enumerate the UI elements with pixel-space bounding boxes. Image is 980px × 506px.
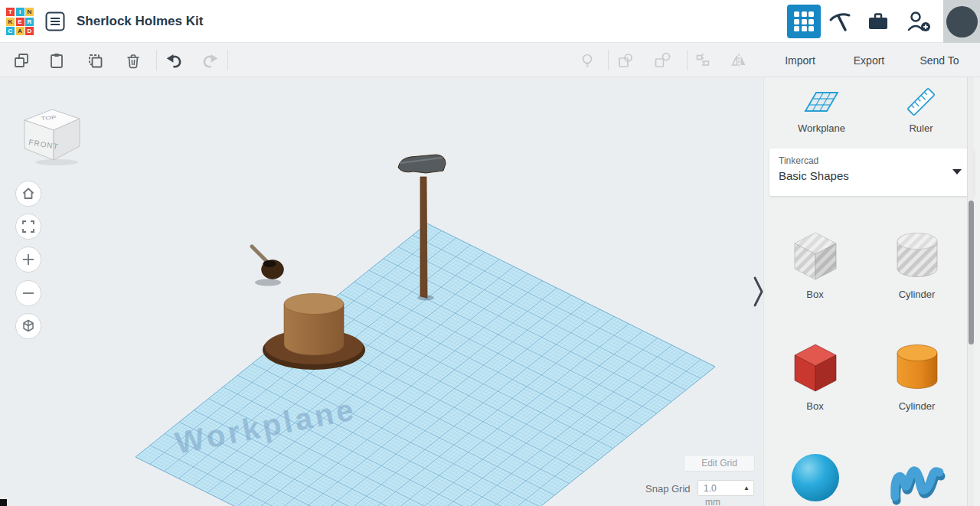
duplicate-button[interactable] xyxy=(83,48,107,73)
sphere-icon xyxy=(786,448,845,506)
minus-icon xyxy=(19,284,38,302)
shape-scribble[interactable] xyxy=(887,448,947,506)
pickaxe-icon xyxy=(828,11,851,32)
shape-label: Cylinder xyxy=(899,289,936,301)
bottom-left-cutoff-element xyxy=(0,499,7,506)
paste-icon xyxy=(47,51,66,70)
workplane-tool-label: Workplane xyxy=(798,122,845,134)
logo-letter: K xyxy=(6,18,15,26)
grid-icon xyxy=(794,11,814,31)
logo-letter: T xyxy=(6,8,15,16)
category-selected: Basic Shapes xyxy=(779,169,849,182)
category-brand: Tinkercad xyxy=(779,155,818,166)
chevron-right-icon xyxy=(753,275,763,308)
undo-button[interactable] xyxy=(162,48,187,73)
hole-cylinder-icon xyxy=(887,224,947,284)
pipe-shadow xyxy=(255,279,281,286)
shape-sphere[interactable] xyxy=(786,448,845,506)
perspective-toggle-button[interactable] xyxy=(15,313,41,339)
toolbar-divider xyxy=(156,50,157,70)
toolbar-divider xyxy=(227,50,228,70)
send-to-button[interactable]: Send To xyxy=(910,48,969,72)
align-icon xyxy=(694,51,712,70)
delete-button[interactable] xyxy=(121,48,145,73)
trash-icon xyxy=(124,51,142,70)
viewport: Workplane TOP FRONT xyxy=(0,77,763,506)
toolbar-divider xyxy=(608,50,609,70)
scrollbar-thumb[interactable] xyxy=(969,201,974,344)
fit-view-icon xyxy=(19,217,38,236)
copy-icon xyxy=(12,51,31,70)
shape-hole-box[interactable]: Box xyxy=(786,224,845,301)
redo-icon xyxy=(200,51,220,70)
hole-box-icon xyxy=(786,224,845,284)
home-view-button[interactable] xyxy=(15,181,41,207)
shape-category-dropdown[interactable]: Tinkercad Basic Shapes xyxy=(769,149,974,196)
shape-hole-cylinder[interactable]: Cylinder xyxy=(887,224,947,301)
group-button[interactable] xyxy=(613,48,638,73)
sidebar-collapse-button[interactable] xyxy=(753,275,763,312)
ruler-tool-label: Ruler xyxy=(909,122,933,134)
redo-button[interactable] xyxy=(198,48,222,73)
3d-canvas[interactable]: Workplane xyxy=(0,77,763,506)
lightbulb-icon xyxy=(578,51,596,70)
plus-icon xyxy=(19,250,38,269)
home-icon xyxy=(19,184,38,203)
paste-button[interactable] xyxy=(44,48,69,73)
logo-letter: N xyxy=(25,8,34,16)
shape-label: Box xyxy=(806,400,823,413)
logo-letter: A xyxy=(16,27,24,35)
logo-letter: R xyxy=(25,18,34,26)
orange-cylinder-icon xyxy=(887,336,947,396)
workplane-tool[interactable]: Workplane xyxy=(787,85,856,134)
ruler-tool[interactable]: Ruler xyxy=(887,85,956,134)
design-title: Sherlock Holmes Kit xyxy=(77,0,203,43)
kits-briefcase-button[interactable] xyxy=(865,11,891,32)
snap-grid-label: Snap Grid xyxy=(645,483,691,495)
pipe-object[interactable] xyxy=(252,246,284,286)
view-cube[interactable]: TOP FRONT xyxy=(18,102,86,166)
tinkercad-logo[interactable]: T I N K E R C A D xyxy=(6,8,34,36)
shape-label: Box xyxy=(806,289,823,301)
person-add-icon xyxy=(906,10,931,33)
share-user-button[interactable] xyxy=(905,9,933,34)
edit-toolbar: Import Export Send To xyxy=(0,43,980,77)
group-icon xyxy=(616,51,635,70)
show-all-button[interactable] xyxy=(575,48,599,73)
scribble-icon xyxy=(887,448,947,506)
ungroup-button[interactable] xyxy=(650,48,675,73)
copy-button[interactable] xyxy=(9,48,34,73)
logo-letter: I xyxy=(16,8,24,16)
cube-view-icon xyxy=(19,317,38,335)
account-menu[interactable] xyxy=(943,0,980,43)
export-button[interactable]: Export xyxy=(842,48,896,72)
app-header: T I N K E R C A D Sherlock Holmes Kit xyxy=(0,0,980,43)
panel-scrollbar[interactable] xyxy=(967,77,974,506)
duplicate-icon xyxy=(86,51,104,70)
align-button[interactable] xyxy=(691,48,715,73)
tools-pickaxe-button[interactable] xyxy=(827,10,853,33)
dashboard-grid-button[interactable] xyxy=(787,5,821,38)
briefcase-icon xyxy=(867,11,890,31)
toolbar-divider xyxy=(687,50,688,70)
list-menu-icon xyxy=(44,11,66,32)
zoom-in-button[interactable] xyxy=(15,246,41,273)
import-button[interactable]: Import xyxy=(770,48,830,72)
zoom-out-button[interactable] xyxy=(15,280,41,306)
fit-view-button[interactable] xyxy=(15,214,41,240)
ungroup-icon xyxy=(653,51,671,70)
shape-gallery: Box Cylinder Box Cylinder xyxy=(764,224,968,506)
shape-solid-box[interactable]: Box xyxy=(786,336,845,413)
mirror-button[interactable] xyxy=(727,48,751,73)
logo-letter: D xyxy=(25,27,34,35)
chevron-down-icon xyxy=(952,169,962,175)
spinner-arrow-icon: ▲ xyxy=(743,485,753,491)
snap-grid-value: 1.0 xyxy=(698,483,743,494)
user-avatar xyxy=(946,6,978,38)
logo-letter: C xyxy=(6,27,15,35)
edit-grid-button[interactable]: Edit Grid xyxy=(684,455,755,472)
red-box-icon xyxy=(786,336,845,396)
snap-grid-select[interactable]: 1.0 ▲ xyxy=(697,480,754,496)
design-menu-button[interactable] xyxy=(44,11,66,32)
shape-solid-cylinder[interactable]: Cylinder xyxy=(887,336,947,413)
